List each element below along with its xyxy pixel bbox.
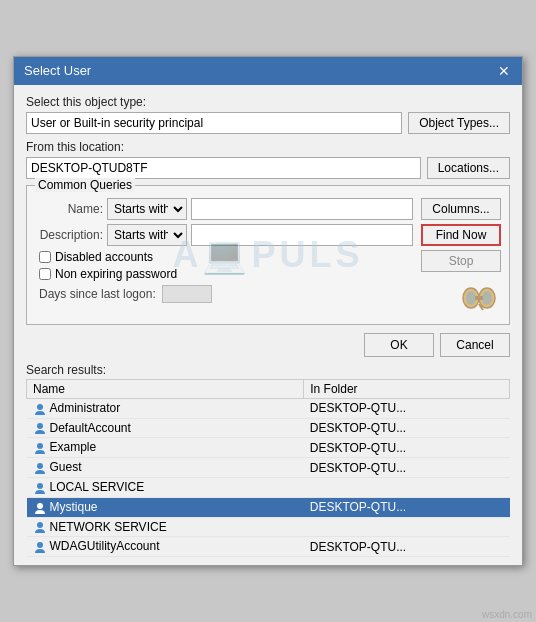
row-folder: DESKTOP-QTU... <box>304 418 510 438</box>
row-folder: DESKTOP-QTU... <box>304 458 510 478</box>
svg-point-3 <box>466 291 476 305</box>
user-icon <box>33 501 47 515</box>
row-name: LOCAL SERVICE <box>27 478 304 498</box>
name-label: Name: <box>35 202 103 216</box>
row-name: Example <box>27 438 304 458</box>
row-name: DefaultAccount <box>27 418 304 438</box>
svg-point-6 <box>37 404 43 410</box>
col-name-header: Name <box>27 379 304 398</box>
name-value-input[interactable] <box>191 198 413 220</box>
non-expiring-label: Non expiring password <box>55 267 177 281</box>
search-icon-area <box>421 276 501 316</box>
object-type-row: Object Types... <box>26 112 510 134</box>
table-row[interactable]: WDAGUtilityAccountDESKTOP-QTU... <box>27 537 510 557</box>
user-icon <box>33 441 47 455</box>
svg-point-9 <box>37 463 43 469</box>
desc-filter-dropdown[interactable]: Starts with <box>107 224 187 246</box>
results-table: Name In Folder AdministratorDESKTOP-QTU.… <box>26 379 510 558</box>
row-folder: DESKTOP-QTU... <box>304 438 510 458</box>
row-folder: DESKTOP-QTU... <box>304 497 510 517</box>
object-type-label: Select this object type: <box>26 95 510 109</box>
table-row[interactable]: AdministratorDESKTOP-QTU... <box>27 398 510 418</box>
row-folder: DESKTOP-QTU... <box>304 398 510 418</box>
table-row[interactable]: NETWORK SERVICE <box>27 517 510 537</box>
table-row[interactable]: MystiqueDESKTOP-QTU... <box>27 497 510 517</box>
dialog-title: Select User <box>24 63 91 78</box>
stop-button[interactable]: Stop <box>421 250 501 272</box>
user-icon <box>33 461 47 475</box>
svg-point-11 <box>37 503 43 509</box>
object-types-button[interactable]: Object Types... <box>408 112 510 134</box>
search-binoculars-icon <box>461 280 497 316</box>
name-row: Name: Starts with <box>35 198 413 220</box>
find-now-button[interactable]: Find Now <box>421 224 501 246</box>
svg-point-10 <box>37 483 43 489</box>
name-filter-dropdown[interactable]: Starts with <box>107 198 187 220</box>
object-type-input[interactable] <box>26 112 402 134</box>
row-folder <box>304 517 510 537</box>
user-icon <box>33 481 47 495</box>
disabled-accounts-checkbox[interactable] <box>39 251 51 263</box>
row-name: Guest <box>27 458 304 478</box>
disabled-accounts-label: Disabled accounts <box>55 250 153 264</box>
close-button[interactable]: ✕ <box>496 63 512 79</box>
row-folder <box>304 478 510 498</box>
svg-point-4 <box>482 291 492 305</box>
location-label: From this location: <box>26 140 510 154</box>
cancel-button[interactable]: Cancel <box>440 333 510 357</box>
table-row[interactable]: ExampleDESKTOP-QTU... <box>27 438 510 458</box>
row-name: Administrator <box>27 398 304 418</box>
svg-point-13 <box>37 542 43 548</box>
days-since-row: Days since last logon: <box>39 285 413 303</box>
row-name: Mystique <box>27 497 304 517</box>
user-icon <box>33 540 47 554</box>
row-name: NETWORK SERVICE <box>27 517 304 537</box>
table-row[interactable]: LOCAL SERVICE <box>27 478 510 498</box>
columns-button[interactable]: Columns... <box>421 198 501 220</box>
user-icon <box>33 520 47 534</box>
days-since-input[interactable] <box>162 285 212 303</box>
table-row[interactable]: DefaultAccountDESKTOP-QTU... <box>27 418 510 438</box>
name-filter-row: Starts with <box>107 198 413 220</box>
select-user-dialog: Select User ✕ Select this object type: O… <box>13 56 523 567</box>
non-expiring-row: Non expiring password <box>39 267 413 281</box>
queries-left: Name: Starts with Description: <box>35 198 413 316</box>
description-row: Description: Starts with <box>35 224 413 246</box>
search-results-label: Search results: <box>26 363 510 377</box>
common-queries-tab[interactable]: Common Queries <box>35 178 135 192</box>
ok-cancel-row: OK Cancel <box>26 333 510 357</box>
dialog-body: Select this object type: Object Types...… <box>14 85 522 566</box>
watermark-brand: wsxdn.com <box>482 609 532 620</box>
svg-point-12 <box>37 522 43 528</box>
disabled-accounts-row: Disabled accounts <box>39 250 413 264</box>
queries-inner: Name: Starts with Description: <box>35 198 501 316</box>
description-value-input[interactable] <box>191 224 413 246</box>
table-row[interactable]: GuestDESKTOP-QTU... <box>27 458 510 478</box>
svg-point-7 <box>37 423 43 429</box>
common-queries-groupbox: Common Queries Name: Starts with <box>26 185 510 325</box>
description-label: Description: <box>35 228 103 242</box>
user-icon <box>33 402 47 416</box>
title-bar: Select User ✕ <box>14 57 522 85</box>
col-folder-header: In Folder <box>304 379 510 398</box>
location-row: Locations... <box>26 157 510 179</box>
non-expiring-checkbox[interactable] <box>39 268 51 280</box>
row-name: WDAGUtilityAccount <box>27 537 304 557</box>
desc-filter-row: Starts with <box>107 224 413 246</box>
queries-right: Columns... Find Now Stop <box>421 198 501 316</box>
days-since-label: Days since last logon: <box>39 287 156 301</box>
svg-rect-2 <box>475 296 483 300</box>
locations-button[interactable]: Locations... <box>427 157 510 179</box>
svg-point-8 <box>37 443 43 449</box>
ok-button[interactable]: OK <box>364 333 434 357</box>
user-icon <box>33 421 47 435</box>
row-folder: DESKTOP-QTU... <box>304 537 510 557</box>
location-input[interactable] <box>26 157 421 179</box>
